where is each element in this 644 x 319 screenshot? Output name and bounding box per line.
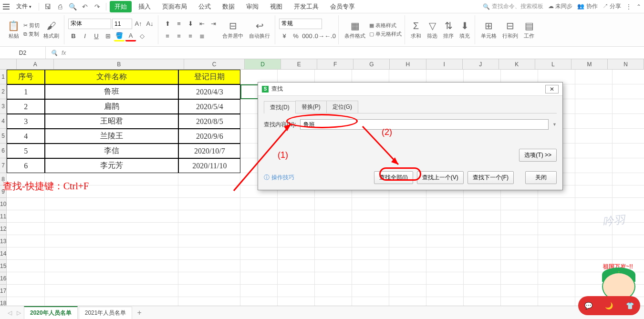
app-menu-icon[interactable] [3,4,10,10]
cell-L16[interactable] [538,272,575,285]
underline-icon[interactable]: U [91,31,102,41]
indent-inc-icon[interactable]: ⇥ [208,19,218,29]
dialog-close-button[interactable]: ✕ [545,85,559,93]
cell-J10[interactable] [464,198,501,210]
tab-view[interactable]: 视图 [265,1,287,12]
border-icon[interactable]: ⊞ [103,31,113,41]
cell-B7[interactable]: 李元芳 [45,158,178,173]
cell-C18[interactable] [178,297,240,306]
cell-M13[interactable] [575,235,613,247]
cell-I18[interactable] [426,297,464,306]
col-header-A[interactable]: A [17,59,54,69]
undo-icon[interactable]: ↶ [80,1,90,12]
bold-icon[interactable]: B [68,31,79,41]
row-header-1[interactable]: 1 [0,70,7,84]
col-header-E[interactable]: E [281,59,317,69]
cell-E18[interactable] [278,297,315,306]
cell-A17[interactable] [7,285,45,297]
cell-A3[interactable]: 2 [7,99,45,114]
cell-M7[interactable] [575,158,613,173]
tab-nav-prev[interactable]: ◁ [6,309,14,316]
cell-A7[interactable]: 6 [7,158,45,173]
cell-N2[interactable] [613,84,644,99]
cell-style-button[interactable]: ▢单元格样式 [369,31,402,38]
mascot-widget[interactable]: 祖国万岁~!! ★ 💬 🌙 👕 [588,263,640,315]
cell-D11[interactable] [240,210,278,223]
cell-B5[interactable]: 兰陵王 [45,129,178,144]
col-header-N[interactable]: N [608,59,644,69]
inc-decimal-icon[interactable]: .0→ [313,31,324,41]
cell-L18[interactable] [538,297,575,306]
row-header-7[interactable]: 7 [0,158,7,173]
cell-I12[interactable] [426,223,464,235]
col-header-D[interactable]: D [245,59,281,69]
cell-B4[interactable]: 王昭君 [45,114,178,129]
cell-D18[interactable] [240,297,278,306]
font-color-icon[interactable]: A [125,31,136,41]
cell-L17[interactable] [538,285,575,297]
cell-B17[interactable] [45,285,178,297]
cell-B13[interactable] [45,235,178,247]
cell-E17[interactable] [278,285,315,297]
cell-B3[interactable]: 扁鹊 [45,99,178,114]
row-header-10[interactable]: 10 [0,198,7,210]
cell-B11[interactable] [45,210,178,223]
cell-N7[interactable] [613,158,644,173]
cell-J15[interactable] [464,260,501,272]
cell-A8[interactable] [7,173,45,185]
share-button[interactable]: ↗ 分享 [602,2,621,10]
cell-J13[interactable] [464,235,501,247]
cell-I16[interactable] [426,272,464,285]
tab-member[interactable]: 会员专享 [325,1,360,12]
collapse-ribbon-icon[interactable]: ⌃ [636,3,641,10]
tab-layout[interactable]: 页面布局 [157,1,192,12]
row-header-11[interactable]: 11 [0,210,7,223]
cell-B18[interactable] [45,297,178,306]
worksheet-button[interactable]: ▤工作 [522,19,536,41]
sync-status[interactable]: ☁ 未同步 [548,2,572,10]
cut-button[interactable]: ✂剪切 [23,22,40,29]
cell-button[interactable]: ⊞单元格 [479,19,499,41]
sheet-tab-2021[interactable]: 2021年人员名单 [79,307,133,319]
align-left-icon[interactable]: ≡ [162,31,173,41]
row-header-5[interactable]: 5 [0,129,7,144]
mascot-shirt-icon[interactable]: 👕 [626,302,634,309]
cell-F13[interactable] [315,235,352,247]
cell-L14[interactable] [538,247,575,260]
currency-icon[interactable]: ¥ [279,31,290,41]
print-icon[interactable]: ⎙ [55,1,65,12]
cell-F17[interactable] [315,285,352,297]
row-header-18[interactable]: 18 [0,297,7,306]
align-bottom-icon[interactable]: ⬇ [185,19,196,29]
justify-icon[interactable]: ≣ [197,31,207,41]
cell-H15[interactable] [389,260,426,272]
cell-M5[interactable] [575,129,613,144]
cell-M2[interactable] [575,84,613,99]
cell-K12[interactable] [501,223,538,235]
cell-M14[interactable] [575,247,613,260]
cell-D13[interactable] [240,235,278,247]
cell-F15[interactable] [315,260,352,272]
row-header-17[interactable]: 17 [0,285,7,297]
row-header-12[interactable]: 12 [0,223,7,235]
fx-search-icon[interactable]: 🔍 [51,50,58,56]
cell-E14[interactable] [278,247,315,260]
row-header-15[interactable]: 15 [0,260,7,272]
cell-J16[interactable] [464,272,501,285]
format-painter[interactable]: 🖌格式刷 [42,20,61,41]
cell-N6[interactable] [613,144,644,158]
cell-K14[interactable] [501,247,538,260]
cell-N8[interactable] [613,173,644,185]
cell-K17[interactable] [501,285,538,297]
number-format-select[interactable] [279,19,322,29]
cell-E10[interactable] [278,198,315,210]
cell-K16[interactable] [501,272,538,285]
col-header-B[interactable]: B [54,59,184,69]
cell-B6[interactable]: 李信 [45,144,178,158]
fx-icon[interactable]: fx [62,50,66,56]
cell-C5[interactable]: 2020/9/6 [178,129,240,144]
cell-L12[interactable] [538,223,575,235]
tab-dev[interactable]: 开发工具 [289,1,323,12]
row-header-14[interactable]: 14 [0,247,7,260]
cell-A16[interactable] [7,272,45,285]
